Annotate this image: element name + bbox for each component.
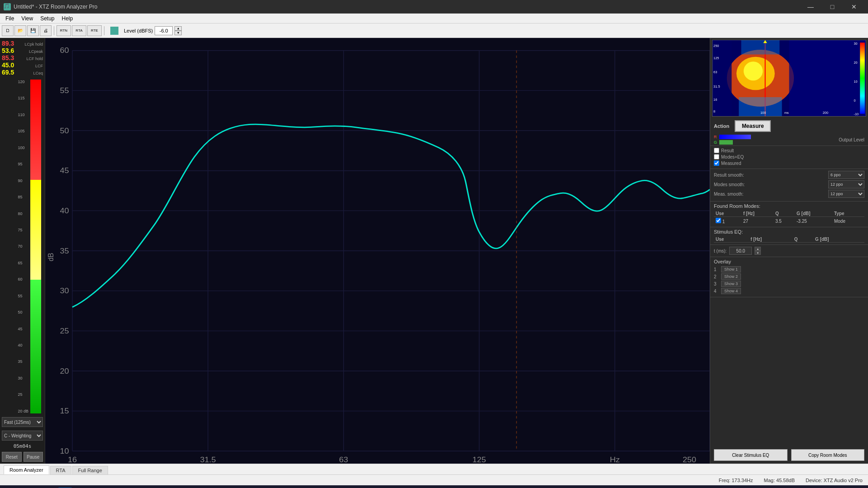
spectrogram-area: 30 20 10 0 -10 250 125 63 31.5 16 8 100 … [712,40,866,117]
menu-file[interactable]: File [2,14,18,23]
measure-button[interactable]: Measure [735,120,771,132]
svg-text:31.5: 31.5 [200,455,216,464]
modes-eq-label: Modes+EQ [721,155,744,160]
new-button[interactable]: 🗋 [2,25,14,36]
action-title: Action [714,123,729,129]
spectrogram-svg: 30 20 10 0 -10 250 125 63 31.5 16 8 100 … [712,40,866,116]
svg-text:50: 50 [60,126,69,135]
svg-text:40: 40 [60,206,69,215]
svg-text:10: 10 [854,80,858,84]
level-spinner[interactable]: ▲ ▼ [175,26,182,35]
statusbar: Freq: 173.34Hz Mag: 45.58dB Device: XTZ … [0,474,868,485]
modes-smooth-select[interactable]: 12 ppo Off 1 ppo 2 ppo 3 ppo 6 ppo 24 pp… [828,180,864,188]
menu-setup[interactable]: Setup [37,14,58,23]
copy-room-modes-button[interactable]: Copy Room Modes [791,449,865,461]
modes-eq-checkbox[interactable] [714,154,719,160]
timer: 05m04s [0,442,45,450]
meas-smooth-select[interactable]: 12 ppo Off 1 ppo 2 ppo 3 ppo 6 ppo 24 pp… [828,190,864,198]
result-checkbox[interactable] [714,148,719,153]
overlay-show-2[interactable]: Show 2 [721,273,741,280]
app-icon: 🎵 [4,3,11,10]
svg-rect-45 [860,42,865,114]
menu-help[interactable]: Help [58,14,77,23]
stim-col-gain: G [dB] [813,236,864,243]
vu-bar-container [30,80,41,413]
svg-point-39 [744,61,763,80]
svg-text:250: 250 [683,455,696,464]
bottom-tabs: Room Analyzer RTA Full Range [0,464,868,474]
level-down[interactable]: ▼ [175,31,182,35]
svg-text:20: 20 [854,61,858,65]
overlay-show-1[interactable]: Show 1 [721,266,741,272]
rtn-button[interactable]: RTN [57,25,71,36]
tms-spinner[interactable]: ▲ ▼ [755,247,761,255]
tab-full-range[interactable]: Full Range [72,466,108,474]
svg-text:15: 15 [60,407,69,415]
rta-button[interactable]: RTA [72,25,86,36]
tms-input[interactable] [729,247,752,255]
measured-check-row: Measured [714,160,864,166]
print-button[interactable]: 🖨 [40,25,52,36]
svg-text:16: 16 [713,98,717,102]
separator [54,26,54,35]
svg-text:25: 25 [60,327,69,335]
level-input[interactable] [155,26,173,35]
right-panel: 30 20 10 0 -10 250 125 63 31.5 16 8 100 … [710,38,868,464]
mag-status: Mag: 45.58dB [764,478,795,483]
close-button[interactable]: ✕ [844,0,864,14]
fast-select[interactable]: Fast (125ms) Slow (1s) [2,417,43,427]
level-icon [110,27,118,35]
result-smooth-select[interactable]: 6 ppo Off 1 ppo 2 ppo 3 ppo 12 ppo 24 pp… [828,171,864,179]
tab-rta[interactable]: RTA [50,466,71,474]
overlay-section: Overlay 1 Show 1 2 Show 2 3 Show 3 4 Sho… [710,257,868,297]
overlay-num-3: 3 [714,282,719,286]
rte-button[interactable]: RTE [87,25,102,36]
reset-button[interactable]: Reset [2,452,22,462]
overlay-show-4[interactable]: Show 4 [721,288,741,294]
reset-pause: Reset Pause [0,450,45,464]
right-panel-inner: 30 20 10 0 -10 250 125 63 31.5 16 8 100 … [710,38,868,464]
weight-select[interactable]: C - Weighting A - Weighting Z - Weightin… [2,431,43,441]
svg-text:125: 125 [713,56,719,60]
room-modes-section: Found Room Modes: Use f [Hz] Q G [dB] Ty… [710,202,868,227]
pause-button[interactable]: Pause [24,452,43,462]
tms-down[interactable]: ▼ [755,251,761,255]
tab-room-analyzer[interactable]: Room Analyzer [4,465,49,474]
overlay-num-2: 2 [714,274,719,279]
minimize-button[interactable]: — [800,0,821,14]
titlebar-left: 🎵 Untitled* - XTZ Room Analyzer Pro [4,3,97,10]
measured-checkbox[interactable] [714,160,719,166]
measured-label: Measured [721,161,741,166]
mode-use-checkbox[interactable] [716,218,721,223]
level-label: Level (dBFS) [124,28,153,33]
separator2 [104,26,104,35]
modes-table: Use f [Hz] Q G [dB] Type 1 27 3.5 -3.25 [714,211,864,225]
smooth-section: Result smooth: 6 ppo Off 1 ppo 2 ppo 3 p… [710,169,868,202]
result-label: Result [721,148,734,153]
save-button[interactable]: 💾 [27,25,39,36]
vu-lcpk-hold-value: 89.3 [2,40,14,47]
vu-lceq-value: 69.5 [2,69,14,76]
svg-text:8: 8 [713,109,715,113]
g-bar [719,140,733,145]
stim-col-use: Use [714,236,749,243]
open-button[interactable]: 📂 [14,25,26,36]
level-bar-row-g: G [714,140,751,145]
tms-up[interactable]: ▲ [755,247,761,251]
svg-text:Hz: Hz [610,455,620,464]
clear-stimulus-button[interactable]: Clear Stimulus EQ [714,449,788,461]
col-gain: G [dB] [795,211,832,217]
tms-section: t (ms): ▲ ▼ [710,245,868,257]
svg-text:31.5: 31.5 [713,84,720,89]
mode-q: 3.5 [774,217,795,225]
svg-text:55: 55 [60,86,69,95]
svg-text:63: 63 [339,455,348,464]
level-up[interactable]: ▲ [175,26,182,31]
menu-view[interactable]: View [18,14,37,23]
vu-lcpeak-value: 53.6 [2,47,14,54]
svg-text:60: 60 [60,46,69,55]
modes-eq-check-row: Modes+EQ [714,154,864,160]
chart-area[interactable]: 60 55 50 45 40 35 30 25 20 15 10 dB 16 3… [45,38,710,464]
overlay-show-3[interactable]: Show 3 [721,281,741,287]
maximize-button[interactable]: □ [822,0,843,14]
